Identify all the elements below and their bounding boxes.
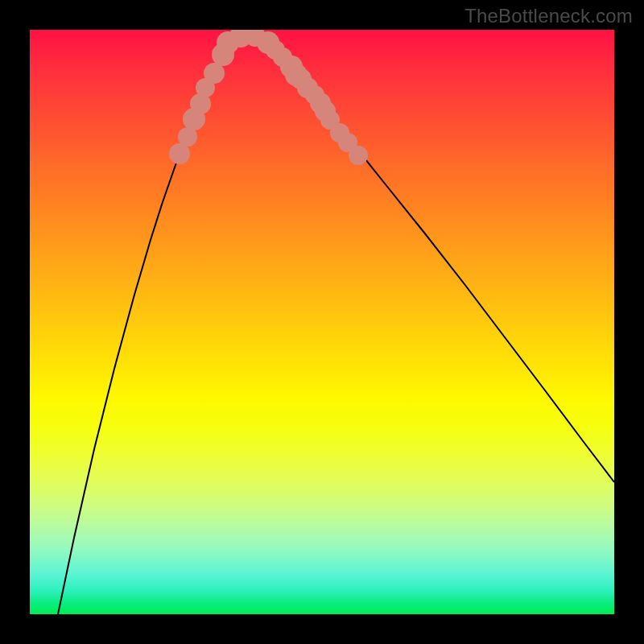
highlight-dots-group — [169, 30, 368, 165]
chart-frame: TheBottleneck.com — [0, 0, 644, 644]
highlight-dot — [349, 146, 368, 165]
highlight-dot — [204, 63, 225, 84]
chart-overlay — [30, 30, 614, 614]
watermark-text: TheBottleneck.com — [464, 5, 633, 27]
